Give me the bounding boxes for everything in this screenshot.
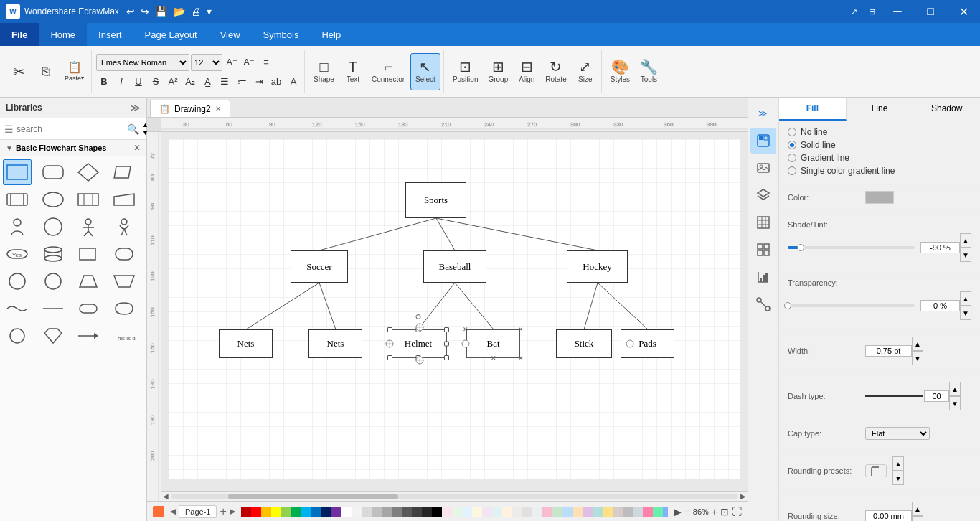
color-cell[interactable] [512,507,522,517]
scroll-left-btn[interactable]: ◀ [163,492,169,500]
shape-button[interactable]: □ Shape [309,53,339,90]
shape-nets2[interactable]: Nets [308,329,362,358]
tab-line[interactable]: Line [847,98,914,121]
color-cell[interactable] [331,507,341,517]
transparency-down-btn[interactable]: ▼ [960,306,971,320]
shape-item-trap2[interactable] [110,268,138,294]
color-cell[interactable] [352,507,362,517]
bold-btn[interactable]: B [96,74,112,90]
shade-value-input[interactable] [920,242,960,253]
color-cell[interactable] [442,507,452,517]
shape-item-process[interactable] [3,187,32,212]
connector-button[interactable]: ⌐ Connector [367,53,409,90]
shape-helmet[interactable]: Helmet [390,329,447,358]
transparency-up-btn[interactable]: ▲ [960,291,971,306]
table-icon-btn[interactable] [750,210,776,235]
shape-item-circle[interactable] [39,214,67,240]
shape-item-text[interactable]: This is drop zone text [110,323,138,349]
color-cell[interactable] [271,507,281,517]
expand-panel-btn[interactable]: ≫ [750,100,776,126]
copy-button[interactable]: ⎘ [33,53,59,90]
single-color-radio[interactable] [788,166,796,175]
color-palette[interactable] [241,506,668,517]
zoom-in-btn[interactable]: + [712,506,717,517]
hscroll-thumb[interactable] [228,494,398,499]
maximize-button[interactable]: □ [914,0,947,23]
open-btn[interactable]: 📂 [171,4,187,19]
connect-icon-btn[interactable] [750,291,776,317]
color-cell[interactable] [492,507,502,517]
subscript-btn[interactable]: A₂ [182,74,198,90]
color-cell[interactable] [542,507,552,517]
color-cell[interactable] [522,507,532,517]
tab-fill[interactable]: Fill [779,98,847,121]
shade-slider-track[interactable] [788,246,915,249]
color-cell[interactable] [241,507,251,517]
search-input[interactable] [17,124,124,134]
color-cell[interactable] [422,507,432,517]
color-cell[interactable] [251,507,261,517]
width-down-btn[interactable]: ▼ [912,351,923,365]
shape-item-manual-input[interactable] [110,187,138,212]
color-cell[interactable] [452,507,462,517]
shape-item-arrow[interactable] [74,323,103,349]
shape-item-diamond[interactable] [74,159,103,185]
play-btn[interactable]: ▶ [674,506,682,517]
dash-down-btn[interactable]: ▼ [949,396,961,410]
position-button[interactable]: ⊡ Position [448,53,483,90]
shape-item-actor[interactable] [74,214,103,240]
color-cell[interactable] [583,507,593,517]
color-cell[interactable] [603,507,613,517]
handle-mr[interactable] [444,342,449,347]
shape-bat[interactable]: Bat ✕ ✕ ✕ ✕ [466,329,520,358]
handle-br[interactable] [444,355,449,360]
italic-btn[interactable]: I [113,74,129,90]
color-cell[interactable] [402,507,412,517]
single-color-option[interactable]: Single color gradient line [788,166,971,176]
menu-view[interactable]: View [209,23,252,46]
color-cell[interactable] [372,507,382,517]
color-cell[interactable] [462,507,472,517]
underline-btn[interactable]: U [131,74,146,90]
paste-button[interactable]: 📋 Paste▾ [60,53,88,90]
gradient-line-option[interactable]: Gradient line [788,153,971,163]
shape-item-trap[interactable] [74,268,103,294]
scroll-right-btn[interactable]: ▶ [740,492,746,500]
menu-page-layout[interactable]: Page Layout [133,23,209,46]
shape-item-box[interactable] [74,241,103,267]
print-btn[interactable]: 🖨 [189,4,202,19]
texteffect-btn[interactable]: A [286,74,301,90]
numbering-btn[interactable]: ≔ [234,74,250,90]
save-btn[interactable]: 💾 [154,4,169,19]
minimize-button[interactable]: ─ [881,0,914,23]
color-swatch[interactable] [865,191,894,204]
shade-up-btn[interactable]: ▲ [960,233,971,248]
rounding-size-input[interactable] [865,510,912,521]
collapse-libraries-btn[interactable]: ≫ [130,102,141,113]
solid-line-option[interactable]: Solid line [788,140,971,150]
color-cell[interactable] [502,507,512,517]
transparency-slider-track[interactable] [788,304,915,307]
indent-btn[interactable]: ⇥ [251,74,267,90]
group-button[interactable]: ⊞ Group [484,53,512,90]
redo-btn[interactable]: ↪ [139,4,151,19]
shape-item-person[interactable] [3,214,32,240]
shape-item-rect[interactable] [3,159,32,185]
canvas[interactable]: Sports Soccer Baseball Hockey [161,132,748,501]
next-page-btn[interactable]: ▶ [230,507,235,516]
shape-sports[interactable]: Sports [405,182,466,218]
width-up-btn[interactable]: ▲ [912,337,923,351]
color-cell[interactable] [382,507,392,517]
share-icon[interactable]: ↗ [845,7,863,17]
section-collapse-icon[interactable]: ▼ [6,144,13,152]
transparency-slider-thumb[interactable] [784,302,791,309]
shape-item-stadium[interactable] [74,296,103,321]
menu-home[interactable]: Home [39,23,87,46]
shape-item-ellipse[interactable] [39,187,67,212]
hscrollbar[interactable]: ◀ ▶ [161,491,748,501]
color-cell[interactable] [633,507,643,517]
format-icon-btn[interactable] [750,128,776,154]
color-cell[interactable] [482,507,492,517]
color-cell[interactable] [623,507,633,517]
shape-item-predefined[interactable] [74,187,103,212]
